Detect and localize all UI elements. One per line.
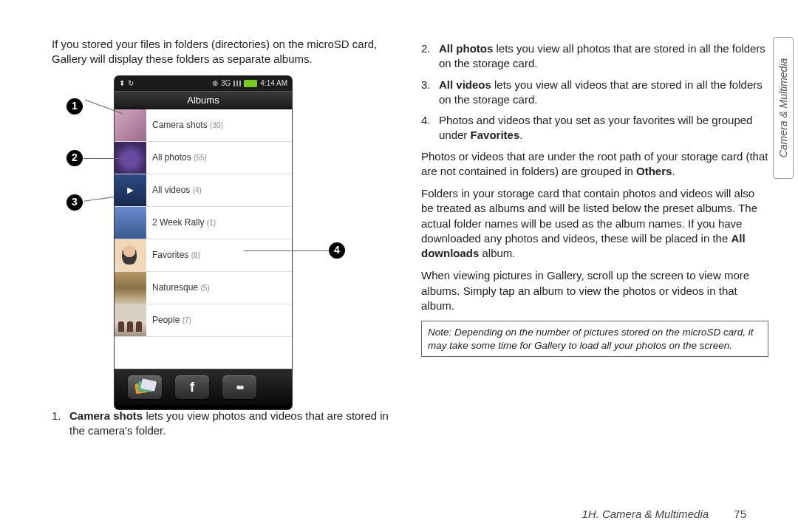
album-thumb — [115, 109, 146, 141]
explain-item-3: 3. All videos lets you view all videos t… — [421, 78, 768, 108]
list-item[interactable]: Camera shots (30) — [115, 109, 292, 142]
footer-page-number: 75 — [734, 508, 746, 520]
album-thumb — [115, 272, 146, 304]
list-item[interactable]: All photos (55) — [115, 142, 292, 174]
facebook-icon: f — [190, 378, 194, 396]
phone-mockup: ⬍ ↻ ⊕ 3G 4:14 AM Albums Camera — [115, 76, 292, 410]
album-list: Camera shots (30) All photos (55) All vi… — [115, 109, 292, 369]
clock-label: 4:14 AM — [260, 78, 287, 89]
leader-line — [83, 158, 124, 159]
explain-list-left: 1. Camera shots lets you view photos and… — [52, 409, 399, 439]
paragraph-scroll: When viewing pictures in Gallery, scroll… — [421, 268, 768, 313]
explain-item-2: 2. All photos lets you view all photos t… — [421, 41, 768, 72]
footer-section: 1H. Camera & Multimedia — [582, 508, 709, 520]
paragraph-downloads: Folders in your storage card that contai… — [421, 186, 768, 261]
bottom-bar: f •• — [115, 369, 292, 405]
flickr-icon: •• — [236, 378, 243, 396]
album-thumb — [115, 304, 146, 336]
list-item[interactable]: Favorites (6) — [115, 239, 292, 272]
list-item[interactable]: People (7) — [115, 304, 292, 337]
page-footer: 1H. Camera & Multimedia 75 — [582, 508, 746, 520]
paragraph-others: Photos or videos that are under the root… — [421, 149, 768, 180]
callout-2: 2 — [66, 150, 83, 166]
side-tab-label: Camera & Multimedia — [777, 58, 789, 158]
usb-icon: ⬍ — [119, 78, 125, 89]
screen-title: Albums — [115, 91, 292, 110]
gps-icon: ⊕ — [212, 78, 218, 89]
album-thumb — [115, 239, 146, 271]
status-bar: ⬍ ↻ ⊕ 3G 4:14 AM — [115, 76, 292, 91]
list-item[interactable]: Naturesque (5) — [115, 272, 292, 304]
phone-figure: 1 2 3 4 ⬍ ↻ ⊕ 3G — [115, 76, 399, 401]
photos-icon — [135, 380, 154, 395]
note-label: Note: — [428, 327, 451, 338]
signal-icon — [233, 81, 241, 86]
callout-3: 3 — [66, 194, 83, 211]
leader-line — [244, 250, 329, 251]
list-item[interactable]: 2 Week Rally (1) — [115, 207, 292, 239]
left-column: If you stored your files in folders (dir… — [52, 37, 399, 444]
explain-item-1: 1. Camera shots lets you view photos and… — [52, 409, 399, 439]
album-thumb — [115, 174, 146, 206]
note-box: Note: Depending on the number of picture… — [421, 321, 768, 357]
callout-1: 1 — [66, 98, 83, 115]
explain-list-right: 2. All photos lets you view all photos t… — [421, 41, 768, 143]
list-item[interactable]: All videos (4) — [115, 174, 292, 207]
refresh-icon: ↻ — [128, 78, 134, 89]
battery-icon — [244, 80, 257, 87]
album-thumb — [115, 207, 146, 239]
explain-item-4: 4. Photos and videos that you set as you… — [421, 113, 768, 143]
facebook-button[interactable]: f — [175, 375, 209, 399]
note-text: Depending on the number of pictures stor… — [428, 327, 754, 351]
side-tab: Camera & Multimedia — [773, 37, 794, 179]
flickr-button[interactable]: •• — [222, 375, 256, 399]
intro-paragraph: If you stored your files in folders (dir… — [52, 37, 399, 67]
callout-4: 4 — [329, 242, 345, 259]
right-column: 2. All photos lets you view all photos t… — [421, 37, 768, 444]
photos-button[interactable] — [128, 375, 162, 399]
network-label: 3G — [221, 78, 231, 89]
